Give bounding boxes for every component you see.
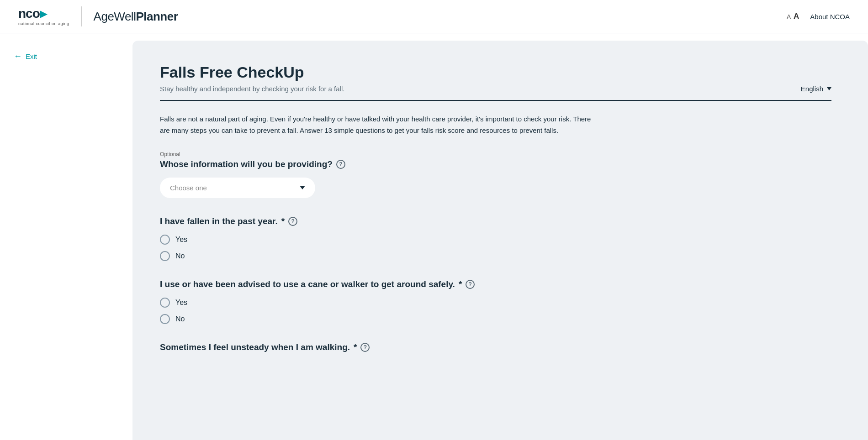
cane-yes-radio[interactable] (160, 298, 170, 308)
fallen-yes-label: Yes (175, 236, 187, 244)
ncoa-leaf-icon: ▸ (40, 7, 46, 21)
help-icon-3[interactable]: ? (360, 343, 370, 352)
help-icon-1[interactable]: ? (288, 217, 297, 226)
exit-link[interactable]: ← Exit (14, 52, 119, 61)
sidebar: ← Exit (0, 33, 132, 440)
exit-arrow-icon: ← (14, 52, 22, 61)
whose-info-dropdown[interactable]: Choose one (160, 178, 315, 198)
required-star-1: * (281, 216, 285, 226)
form-subtitle-row: Stay healthy and independent by checking… (160, 85, 831, 93)
about-ncoa-link[interactable]: About NCOA (810, 13, 850, 21)
exit-label: Exit (26, 52, 37, 60)
form-title: Falls Free CheckUp (160, 63, 831, 81)
required-star-3: * (354, 342, 357, 352)
cane-no-option[interactable]: No (160, 314, 831, 324)
help-icon-0[interactable]: ? (336, 160, 345, 169)
intro-text: Falls are not a natural part of aging. E… (160, 114, 598, 136)
header-right: A A About NCOA (787, 12, 850, 21)
cane-yes-label: Yes (175, 299, 187, 307)
fallen-yes-radio[interactable] (160, 235, 170, 245)
question-fallen: I have fallen in the past year. * ? Yes … (160, 216, 831, 261)
fallen-no-option[interactable]: No (160, 251, 831, 261)
form-subtitle: Stay healthy and independent by checking… (160, 85, 344, 93)
font-increase-button[interactable]: A (794, 12, 799, 21)
required-star-2: * (459, 279, 462, 289)
ncoa-subtitle: national council on aging (18, 21, 69, 26)
question-cane-walker: I use or have been advised to use a cane… (160, 279, 831, 324)
page-layout: ← Exit Falls Free CheckUp Stay healthy a… (0, 33, 868, 440)
page-header: nco ▸ national council on aging AgeWellP… (0, 0, 868, 33)
language-chevron-icon (827, 87, 831, 90)
ncoa-wordmark: nco ▸ (18, 7, 46, 21)
language-label: English (801, 85, 823, 93)
fallen-no-radio[interactable] (160, 251, 170, 261)
help-icon-2[interactable]: ? (466, 280, 475, 289)
question-unsteady: Sometimes I feel unsteady when I am walk… (160, 342, 831, 352)
dropdown-chevron-icon (300, 186, 305, 189)
fallen-yes-option[interactable]: Yes (160, 235, 831, 245)
cane-no-radio[interactable] (160, 314, 170, 324)
font-size-controls[interactable]: A A (787, 12, 799, 21)
question-label-0: Whose information will you be providing?… (160, 159, 831, 169)
font-decrease-button[interactable]: A (787, 13, 791, 20)
language-select[interactable]: English (801, 85, 831, 93)
cane-walker-radio-group: Yes No (160, 298, 831, 324)
dropdown-placeholder: Choose one (170, 184, 207, 192)
logo-divider (81, 6, 82, 26)
cane-yes-option[interactable]: Yes (160, 298, 831, 308)
question-label-2: I use or have been advised to use a cane… (160, 279, 831, 289)
fallen-radio-group: Yes No (160, 235, 831, 261)
question-whose-info: Optional Whose information will you be p… (160, 151, 831, 198)
question-label-3: Sometimes I feel unsteady when I am walk… (160, 342, 831, 352)
cane-no-label: No (175, 315, 185, 323)
fallen-no-label: No (175, 252, 185, 260)
ncoa-logo: nco ▸ national council on aging (18, 7, 69, 26)
agewell-planner-logo: AgeWellPlanner (94, 10, 178, 24)
main-content: Falls Free CheckUp Stay healthy and inde… (132, 41, 868, 440)
question-label-1: I have fallen in the past year. * ? (160, 216, 831, 226)
logo-area: nco ▸ national council on aging AgeWellP… (18, 6, 178, 26)
ncoa-text: nco (18, 7, 40, 20)
optional-label: Optional (160, 151, 831, 157)
section-divider (160, 100, 831, 101)
